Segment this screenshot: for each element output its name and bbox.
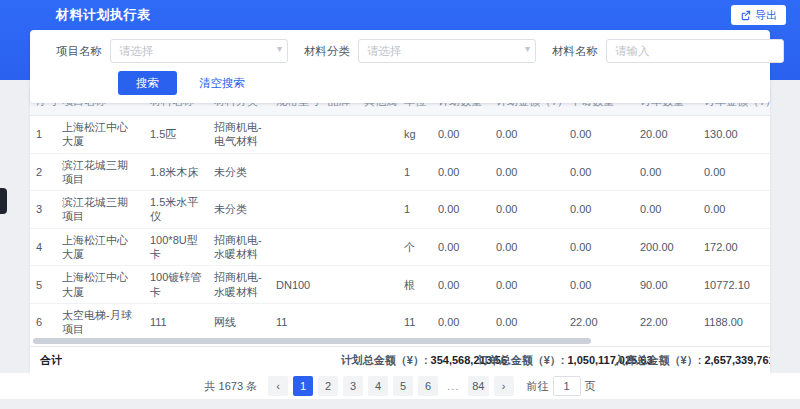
project-name-input[interactable]: [110, 39, 288, 63]
collapsed-sidebar-handle[interactable]: [0, 188, 7, 214]
material-name-field[interactable]: [606, 39, 784, 63]
table-cell: 网线: [208, 303, 270, 337]
prev-page-button[interactable]: ‹: [268, 376, 288, 396]
inbound-total-value: 2,657,339,761.46: [704, 354, 770, 366]
materials-table: 序号项目名称材料名称材料分类规格型号品牌其他属性单位计划数量计划金额（¥）申请数…: [30, 88, 770, 337]
page-button[interactable]: 3: [343, 376, 363, 396]
table-cell: 6: [30, 303, 56, 337]
table-cell: 172.00: [698, 228, 770, 266]
goto-page-input[interactable]: [553, 376, 581, 396]
goto-page: 前往 页: [527, 376, 596, 396]
total-label: 合计: [30, 353, 62, 368]
page-ellipsis[interactable]: ...: [443, 376, 463, 396]
table-cell: [322, 303, 358, 337]
table-row[interactable]: 2滨江花城三期项目1.8米木床未分类10.000.000.000.000.00: [30, 153, 770, 191]
table-cell: 0.00: [432, 266, 490, 304]
table-cell: 0.00: [490, 228, 564, 266]
project-name-select[interactable]: ▾: [110, 39, 288, 63]
table-cell: 0.00: [432, 303, 490, 337]
table-cell: 未分类: [208, 191, 270, 229]
table-cell: 未分类: [208, 153, 270, 191]
table-cell: [358, 153, 398, 191]
planned-total-label: 计划总金额（¥）:: [341, 354, 428, 366]
table-cell: 2: [30, 153, 56, 191]
table-cell: 0.00: [432, 228, 490, 266]
project-name-label: 项目名称: [56, 44, 102, 59]
search-button[interactable]: 搜索: [118, 71, 177, 95]
filter-row: 项目名称 ▾ 材料分类 ▾ 材料名称: [56, 39, 744, 63]
filter-panel: 项目名称 ▾ 材料分类 ▾ 材料名称: [30, 30, 770, 103]
filter-group-category: 材料分类 ▾: [304, 39, 536, 63]
material-category-label: 材料分类: [304, 44, 350, 59]
page-button[interactable]: 6: [418, 376, 438, 396]
table-cell: 11: [270, 303, 322, 337]
pagination-pages: 123456...84: [293, 376, 488, 396]
table-row[interactable]: 3滨江花城三期项目1.5米水平仪未分类10.000.000.000.000.00: [30, 191, 770, 229]
table-cell: 0.00: [564, 116, 634, 154]
table-cell: 招商机电-水暖材料: [208, 228, 270, 266]
table-cell: 招商机电-水暖材料: [208, 266, 270, 304]
table-row[interactable]: 4上海松江中心大厦100*8U型卡招商机电-水暖材料个0.000.000.002…: [30, 228, 770, 266]
table-cell: [358, 228, 398, 266]
inbound-total: 入库总金额（¥）:2,657,339,761.46: [615, 353, 770, 368]
horizontal-scrollbar[interactable]: [30, 337, 770, 346]
table-cell: 1: [30, 116, 56, 154]
export-button[interactable]: 导出: [731, 5, 786, 25]
bottom-strip: [0, 399, 800, 409]
material-category-input[interactable]: [358, 39, 536, 63]
header-band: 材料计划执行表 导出 项目名称 ▾: [0, 0, 800, 80]
table-cell: 滨江花城三期项目: [56, 153, 144, 191]
table-cell: 1.8米木床: [144, 153, 208, 191]
table-cell: 上海松江中心大厦: [56, 116, 144, 154]
table-cell: 0.00: [490, 266, 564, 304]
table-cell: 1: [398, 191, 432, 229]
table-cell: [358, 191, 398, 229]
order-total-label: 订单总金额（¥）:: [478, 354, 565, 366]
app-root: 材料计划执行表 导出 项目名称 ▾: [0, 0, 800, 409]
clear-search-button[interactable]: 清空搜索: [199, 76, 245, 91]
table-body: 1上海松江中心大厦1.5匹招商机电-电气材料kg0.000.000.0020.0…: [30, 116, 770, 338]
next-page-button[interactable]: ›: [494, 376, 514, 396]
table-cell: [270, 228, 322, 266]
table-cell: 0.00: [698, 153, 770, 191]
table-cell: 1: [398, 153, 432, 191]
table-cell: 0.00: [490, 116, 564, 154]
table-cell: 3: [30, 191, 56, 229]
table-cell: 0.00: [432, 116, 490, 154]
page-button[interactable]: 84: [468, 376, 488, 396]
table-cell: 0.00: [432, 153, 490, 191]
page-button[interactable]: 1: [293, 376, 313, 396]
table-cell: 100*8U型卡: [144, 228, 208, 266]
table-row[interactable]: 6太空电梯-月球项目111网线11110.000.0022.0022.00118…: [30, 303, 770, 337]
table-cell: 90.00: [634, 266, 698, 304]
table-cell: [270, 116, 322, 154]
table-cell: [270, 153, 322, 191]
table-cell: 0.00: [564, 228, 634, 266]
titlebar: 材料计划执行表 导出: [0, 0, 800, 30]
table-cell: 太空电梯-月球项目: [56, 303, 144, 337]
table-row[interactable]: 1上海松江中心大厦1.5匹招商机电-电气材料kg0.000.000.0020.0…: [30, 116, 770, 154]
table-cell: [358, 116, 398, 154]
table-cell: 滨江花城三期项目: [56, 191, 144, 229]
table-cell: 0.00: [698, 191, 770, 229]
table-cell: 111: [144, 303, 208, 337]
filter-actions: 搜索 清空搜索: [56, 71, 744, 95]
table-cell: 0.00: [564, 191, 634, 229]
page-button[interactable]: 2: [318, 376, 338, 396]
table-scroll-area: 序号项目名称材料名称材料分类规格型号品牌其他属性单位计划数量计划金额（¥）申请数…: [30, 88, 770, 337]
table-card: 序号项目名称材料名称材料分类规格型号品牌其他属性单位计划数量计划金额（¥）申请数…: [30, 88, 770, 373]
page-button[interactable]: 5: [393, 376, 413, 396]
table-cell: [270, 191, 322, 229]
material-name-input[interactable]: [606, 39, 784, 63]
table-cell: 10772.10: [698, 266, 770, 304]
goto-prefix-label: 前往: [527, 379, 549, 394]
table-cell: 根: [398, 266, 432, 304]
table-cell: 上海松江中心大厦: [56, 228, 144, 266]
table-cell: DN100: [270, 266, 322, 304]
page-button[interactable]: 4: [368, 376, 388, 396]
material-category-select[interactable]: ▾: [358, 39, 536, 63]
table-row[interactable]: 5上海松江中心大厦100镀锌管卡招商机电-水暖材料DN100根0.000.000…: [30, 266, 770, 304]
table-cell: 1188.00: [698, 303, 770, 337]
export-icon: [740, 10, 751, 21]
horizontal-scrollbar-thumb[interactable]: [33, 338, 591, 344]
